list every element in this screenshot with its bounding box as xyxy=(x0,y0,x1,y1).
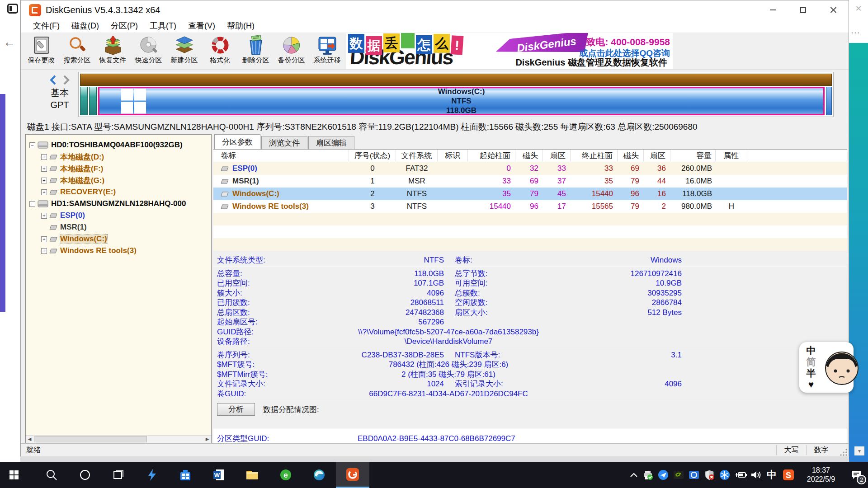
menu-file[interactable]: 文件(F) xyxy=(27,19,66,33)
status-bar: 就绪 大写 数字 xyxy=(21,443,849,456)
tree-item-esp[interactable]: + ESP(0) xyxy=(26,210,211,221)
taskbar-app-edge[interactable] xyxy=(302,462,336,488)
tree-item-local-g[interactable]: + 本地磁盘(G:) xyxy=(26,174,211,186)
tree-item-windows-c[interactable]: + Windows(C:) xyxy=(26,233,211,245)
collapse-icon[interactable]: − xyxy=(29,142,35,148)
expand-icon[interactable]: + xyxy=(41,189,47,195)
scroll-left-button[interactable]: ◀ xyxy=(26,436,33,443)
recover-files-button[interactable]: 恢复文件 xyxy=(95,33,131,69)
allocation-map-label: 数据分配情况图: xyxy=(263,404,319,415)
taskbar-clock[interactable]: 18:37 2022/5/9 xyxy=(797,466,844,484)
detail-label: 卷序列号: xyxy=(217,350,250,360)
save-changes-button[interactable]: 保存更改 xyxy=(24,33,59,69)
tree-item-msr[interactable]: MSR(1) xyxy=(26,221,211,233)
expand-icon[interactable]: + xyxy=(41,154,47,160)
start-button[interactable] xyxy=(0,462,28,488)
expand-icon[interactable]: + xyxy=(41,178,47,183)
detail-label: 已用簇数: xyxy=(217,298,250,307)
scrollbar-thumb[interactable] xyxy=(34,436,147,442)
tray-intel[interactable] xyxy=(686,462,702,488)
menu-partition[interactable]: 分区(P) xyxy=(105,19,144,33)
tree-item-local-d[interactable]: + 本地磁盘(D:) xyxy=(26,151,211,163)
maximize-button[interactable] xyxy=(788,0,818,19)
tree-item-local-f[interactable]: + 本地磁盘(F:) xyxy=(26,163,211,174)
msr-partition-block[interactable] xyxy=(89,87,97,115)
promo-banner[interactable]: 数 据 丢 怎 么 ! DiskGenius DiskGenius 致电: 40… xyxy=(346,33,673,69)
banner-tile: 么 xyxy=(434,34,450,53)
backup-partition-button[interactable]: 备份分区 xyxy=(274,33,309,69)
menu-tools[interactable]: 工具(T) xyxy=(144,19,182,33)
detail-label: 起始扇区号: xyxy=(217,317,258,327)
background-ellipsis-icon: ⋯ xyxy=(851,27,860,38)
tree-item-hd0[interactable]: − HD0:TOSHIBAMQ04ABF100(932GB) xyxy=(26,139,211,151)
next-disk-arrow-icon[interactable] xyxy=(61,75,71,85)
menu-view[interactable]: 查看(V) xyxy=(182,19,221,33)
tray-volume[interactable] xyxy=(749,462,764,488)
disk-header-strip[interactable] xyxy=(80,74,832,86)
winre-partition-block[interactable] xyxy=(826,87,832,115)
battery-plug-icon xyxy=(734,471,747,479)
partition-table: 卷标 序号(状态) 文件系统 标识 起始柱面 磁头 扇区 终止柱面 磁头 扇区 … xyxy=(213,149,847,251)
taskbar-app-word[interactable]: W xyxy=(202,462,236,488)
notification-badge: 2 xyxy=(857,475,866,484)
taskbar-app-diskgenius-active[interactable] xyxy=(336,462,369,488)
menu-disk[interactable]: 磁盘(D) xyxy=(66,19,105,33)
table-row-windows-c-selected[interactable]: Windows(C:) 2 NTFS 35 79 45 15440 96 16 … xyxy=(213,188,847,200)
windows-c-partition-block[interactable]: Windows(C:) NTFS 118.0GB xyxy=(98,87,825,115)
taskbar-app-explorer[interactable] xyxy=(236,462,269,488)
notification-center-button[interactable]: 2 xyxy=(844,462,868,488)
taskbar-search-button[interactable] xyxy=(35,462,68,488)
search-partition-button[interactable]: 搜索分区 xyxy=(59,33,95,69)
tray-bird-app[interactable] xyxy=(656,462,671,488)
tray-power[interactable] xyxy=(732,462,749,488)
partition-icon xyxy=(221,192,229,197)
quick-partition-button[interactable]: 快速分区 xyxy=(131,33,166,69)
tray-printer[interactable] xyxy=(640,462,656,488)
tray-nvidia[interactable] xyxy=(671,462,686,488)
tray-sogou[interactable]: S xyxy=(779,462,797,488)
expand-icon[interactable]: + xyxy=(41,166,47,172)
tree-item-hd1[interactable]: − HD1:SAMSUNGMZNLN128HAHQ-000 xyxy=(26,198,211,210)
table-row-windows-re[interactable]: Windows RE tools(3) 3 NTFS 15440 96 17 1… xyxy=(213,200,847,213)
taskbar-app-360browser[interactable]: e xyxy=(269,462,302,488)
delete-partition-icon xyxy=(245,35,266,56)
tray-ime-indicator[interactable]: 中 xyxy=(764,462,779,488)
banner-tile: 怎 xyxy=(416,35,432,54)
format-button[interactable]: 格式化 xyxy=(202,33,238,69)
green-browser-icon: e xyxy=(279,469,292,481)
scroll-right-button[interactable]: ▶ xyxy=(203,436,211,443)
tab-browse-files[interactable]: 浏览文件 xyxy=(261,136,307,149)
taskbar-app-zap[interactable] xyxy=(135,462,169,488)
taskbar-app-store[interactable] xyxy=(169,462,202,488)
expand-icon[interactable]: + xyxy=(41,236,47,242)
menu-help[interactable]: 帮助(H) xyxy=(221,19,260,33)
detail-label: 簇大小: xyxy=(217,288,242,298)
close-button[interactable] xyxy=(818,0,849,19)
chevron-up-icon xyxy=(630,473,637,477)
tab-sector-edit[interactable]: 扇区编辑 xyxy=(308,136,354,149)
minimize-button[interactable] xyxy=(758,0,788,19)
tab-partition-params[interactable]: 分区参数 xyxy=(214,134,260,149)
taskbar-cortana-button[interactable] xyxy=(68,462,102,488)
tree-horizontal-scrollbar[interactable]: ◀ ▶ xyxy=(26,435,211,443)
ime-sticker-card[interactable]: 中 简 半 ♥ xyxy=(799,342,854,393)
tray-snowflake-app[interactable] xyxy=(717,462,732,488)
esp-partition-block[interactable] xyxy=(80,87,88,115)
analyze-button[interactable]: 分析 xyxy=(217,403,255,416)
resize-grip[interactable] xyxy=(839,447,848,456)
tray-security-alert[interactable] xyxy=(702,462,717,488)
table-row-msr[interactable]: MSR(1) 1 MSR 33 69 37 35 79 44 16.0MB xyxy=(213,175,847,188)
collapse-icon[interactable]: − xyxy=(29,201,35,207)
system-migration-button[interactable]: 系统迁移 xyxy=(309,33,345,69)
table-row-esp[interactable]: ESP(0) 0 FAT32 0 32 33 33 69 36 260.0MB xyxy=(213,162,847,175)
tree-item-recovery-e[interactable]: + RECOVERY(E:) xyxy=(26,186,211,198)
tray-expand-chevron[interactable] xyxy=(627,462,640,488)
delete-partition-button[interactable]: 删除分区 xyxy=(238,33,274,69)
prev-disk-arrow-icon[interactable] xyxy=(49,75,58,85)
task-view-button[interactable] xyxy=(102,462,135,488)
expand-icon[interactable]: + xyxy=(41,213,47,219)
expand-icon[interactable]: + xyxy=(41,248,47,254)
new-partition-button[interactable]: 新建分区 xyxy=(166,33,202,69)
detail-value: 786432 (柱面:426 磁头:239 扇区:6) xyxy=(290,360,607,369)
tree-item-windows-re[interactable]: + Windows RE tools(3) xyxy=(26,245,211,257)
